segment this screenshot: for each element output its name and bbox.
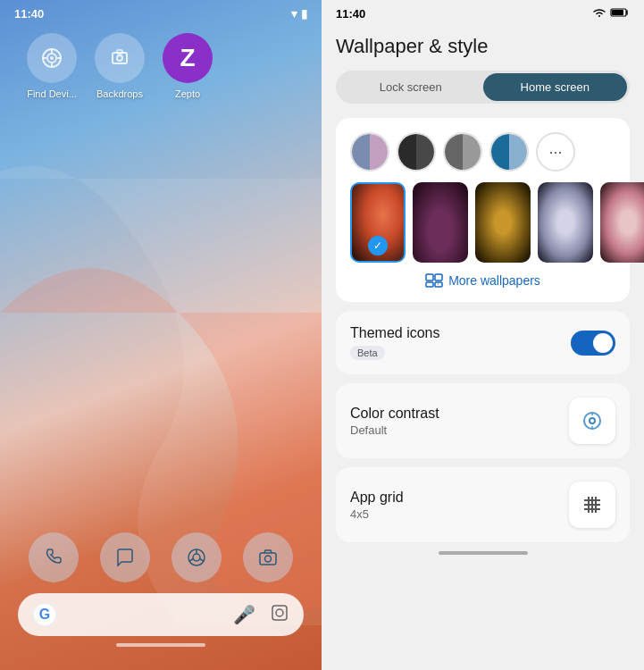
svg-point-2 xyxy=(50,56,54,60)
svg-rect-23 xyxy=(426,282,433,287)
dock-row xyxy=(18,532,304,582)
home-screen-tab[interactable]: Home screen xyxy=(483,73,628,101)
app-grid-title: App grid xyxy=(350,490,404,506)
find-device-app[interactable]: Find Devi... xyxy=(27,33,77,99)
find-device-label: Find Devi... xyxy=(27,88,77,99)
mic-icon[interactable]: 🎤 xyxy=(233,604,255,625)
svg-rect-21 xyxy=(426,274,433,281)
settings-battery-icon xyxy=(610,7,630,21)
home-indicator xyxy=(116,643,205,647)
wifi-icon: ▾ xyxy=(291,7,297,21)
settings-status-icons xyxy=(592,7,630,21)
app-grid-row[interactable]: App grid 4x5 xyxy=(336,467,630,542)
color-contrast-icon xyxy=(569,398,615,444)
zepto-label: Zepto xyxy=(175,88,200,99)
tab-switcher: Lock screen Home screen xyxy=(336,71,630,104)
app-grid: Find Devi... Backdrops Z Zepto xyxy=(0,24,322,99)
svg-rect-7 xyxy=(113,53,127,63)
wallpaper-thumb-4[interactable] xyxy=(538,182,593,263)
settings-wifi-icon xyxy=(592,7,606,21)
wallpaper-thumb-3[interactable] xyxy=(475,182,531,263)
color-contrast-row[interactable]: Color contrast Default xyxy=(336,383,630,458)
toggle-knob xyxy=(593,333,613,353)
chrome-dock-icon[interactable] xyxy=(171,532,222,582)
swatch-3[interactable] xyxy=(443,132,482,172)
backdrops-icon xyxy=(95,33,145,83)
selected-checkmark: ✓ xyxy=(368,236,388,255)
lock-screen-tab[interactable]: Lock screen xyxy=(339,73,483,101)
svg-point-18 xyxy=(276,609,283,616)
svg-rect-17 xyxy=(272,606,287,620)
phone-status-bar: 11:40 ▾ ▮ xyxy=(0,0,322,24)
phone-time: 11:40 xyxy=(14,7,44,21)
themed-icons-toggle[interactable] xyxy=(571,331,615,356)
swatch-1[interactable] xyxy=(350,132,389,172)
zepto-icon: Z xyxy=(163,33,213,83)
phone-status-icons: ▾ ▮ xyxy=(291,7,307,21)
themed-icons-row: Themed icons Beta xyxy=(336,311,630,374)
more-swatches-button[interactable]: ··· xyxy=(536,132,575,172)
google-logo: G xyxy=(32,602,57,627)
wallpaper-thumb-5[interactable] xyxy=(600,182,644,263)
settings-panel: 11:40 Wallpaper & style Lock screen xyxy=(322,0,644,670)
zepto-app[interactable]: Z Zepto xyxy=(163,33,213,99)
dock-area: G 🎤 xyxy=(0,532,322,670)
find-device-icon xyxy=(27,33,77,83)
svg-rect-22 xyxy=(435,274,442,281)
beta-badge: Beta xyxy=(350,346,385,360)
backdrops-label: Backdrops xyxy=(96,88,143,99)
more-wallpapers-icon xyxy=(425,273,443,288)
svg-point-28 xyxy=(590,419,594,423)
svg-rect-15 xyxy=(260,553,276,565)
svg-point-16 xyxy=(265,556,272,562)
swatch-4[interactable] xyxy=(489,132,529,172)
camera-dock-icon[interactable] xyxy=(243,532,293,582)
settings-status-bar: 11:40 xyxy=(322,0,644,24)
settings-content: Wallpaper & style Lock screen Home scree… xyxy=(322,24,644,573)
color-swatches-card: ··· ✓ More wallpapers xyxy=(336,118,630,302)
phone-screen: 11:40 ▾ ▮ Find Devi... xyxy=(0,0,322,670)
wallpaper-thumb-2[interactable] xyxy=(413,182,468,263)
color-contrast-title: Color contrast xyxy=(350,406,439,422)
wallpaper-thumb-1[interactable]: ✓ xyxy=(350,182,406,263)
more-wallpapers-row[interactable]: More wallpapers xyxy=(350,273,615,288)
themed-icons-title: Themed icons xyxy=(350,325,440,341)
search-bar[interactable]: G 🎤 xyxy=(18,593,304,636)
phone-dock-icon[interactable] xyxy=(29,532,79,582)
lens-icon[interactable] xyxy=(270,603,289,627)
svg-point-11 xyxy=(193,554,200,561)
more-wallpapers-label: More wallpapers xyxy=(448,273,540,288)
messages-dock-icon[interactable] xyxy=(100,532,150,582)
swatch-2[interactable] xyxy=(397,132,436,172)
bottom-indicator xyxy=(439,551,528,555)
battery-icon: ▮ xyxy=(301,7,307,21)
wallpaper-thumbnails: ✓ xyxy=(350,182,615,263)
settings-time: 11:40 xyxy=(336,7,365,21)
svg-rect-20 xyxy=(612,10,623,15)
backdrops-app[interactable]: Backdrops xyxy=(95,33,145,99)
svg-line-14 xyxy=(189,559,193,562)
svg-line-13 xyxy=(200,559,204,562)
svg-point-8 xyxy=(117,55,122,61)
settings-title: Wallpaper & style xyxy=(336,35,630,58)
color-contrast-subtitle: Default xyxy=(350,423,439,437)
color-swatches: ··· xyxy=(350,132,615,172)
app-grid-subtitle: 4x5 xyxy=(350,507,404,521)
app-grid-icon xyxy=(569,482,615,528)
